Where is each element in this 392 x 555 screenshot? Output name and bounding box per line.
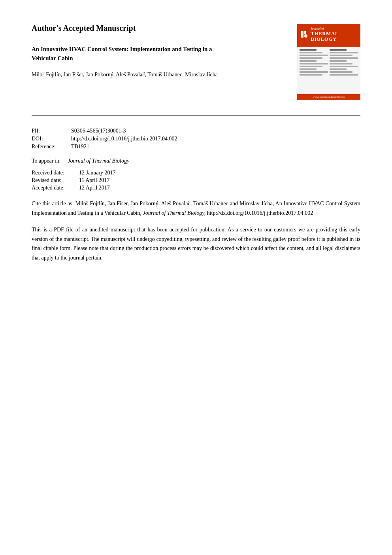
cite-section: Cite this article as: Miloš Fojtlín, Jan… [32,199,360,218]
article-title: An Innovative HVAC Control System: Imple… [32,45,221,63]
journal-name: THERMAL BIOLOGY [311,31,357,42]
header-left: Author's Accepted Manuscript An Innovati… [32,24,221,79]
svg-rect-0 [301,31,303,38]
cover-line-r5 [330,60,347,62]
pii-row: PII: S0306-4565(17)30001-3 [32,128,360,134]
pii-value: S0306-4565(17)30001-3 [71,128,126,134]
svg-rect-1 [304,31,306,34]
dates-section: Received date: 12 January 2017 Revised d… [32,170,360,191]
elsevier-logo-icon [300,30,308,39]
header-title: Author's Accepted Manuscript [32,24,221,33]
cover-line-r8 [330,68,347,70]
cover-line-r4 [330,57,358,59]
header-section: Author's Accepted Manuscript An Innovati… [32,24,360,100]
cover-line-r3 [330,55,352,56]
pii-label: PII: [32,128,71,134]
reference-value: TB1921 [71,144,89,150]
cover-col-left [300,49,328,77]
to-appear-label: To appear in: [32,158,61,164]
received-value: 12 January 2017 [79,170,116,176]
cover-content-inner [300,49,358,77]
cover-url: www.elsevier.com/locate/jtherbio [300,96,358,98]
cover-line-5 [300,60,317,62]
cover-line-r2 [330,52,358,53]
cover-header-text: Journal of THERMAL BIOLOGY [311,27,357,42]
cover-line-r6 [330,63,352,64]
journal-cover: Journal of THERMAL BIOLOGY [297,24,360,100]
cover-line-10 [300,74,322,76]
reference-row: Reference: TB1921 [32,144,360,150]
cover-footer: www.elsevier.com/locate/jtherbio [297,94,360,100]
cover-line-r7 [330,66,358,67]
accepted-label: Accepted date: [32,185,79,191]
authors: Miloš Fojtlín, Jan Fišer, Jan Pokorný, A… [32,70,221,79]
cover-line-r1 [330,49,347,51]
cover-line-2 [300,52,322,53]
cover-logo-area: Journal of THERMAL BIOLOGY [300,27,357,42]
cover-line-3 [300,55,328,56]
revised-row: Revised date: 11 April 2017 [32,177,360,184]
doi-row: DOI: http://dx.doi.org/10.1016/j.jtherbi… [32,136,360,142]
received-label: Received date: [32,170,79,176]
cover-line-r10 [330,74,358,76]
cover-line-6 [300,63,328,64]
doi-value: http://dx.doi.org/10.1016/j.jtherbio.201… [71,136,177,142]
cite-journal-italic: Journal of Thermal Biology, [143,210,206,216]
doi-label: DOI: [32,136,71,142]
cover-content [297,47,360,94]
cover-top-section: Journal of THERMAL BIOLOGY [297,24,360,47]
revised-label: Revised date: [32,177,79,184]
divider-1 [32,116,360,116]
svg-point-2 [304,34,307,38]
received-row: Received date: 12 January 2017 [32,170,360,176]
cite-doi: http://dx.doi.org/10.1016/j.jtherbio.201… [207,210,313,216]
description-section: This is a PDF file of an unedited manusc… [32,225,360,263]
cover-line-4 [300,57,322,59]
to-appear-section: To appear in: Journal of Thermal Biology [32,158,360,164]
cover-line-8 [300,68,317,70]
cite-prefix: Cite this article as: [32,201,74,206]
accepted-row: Accepted date: 12 April 2017 [32,185,360,191]
cover-line-7 [300,66,322,67]
cover-line-r9 [330,71,352,73]
cover-col-right [330,49,358,77]
to-appear-journal: Journal of Thermal Biology [68,158,129,164]
metadata-section: PII: S0306-4565(17)30001-3 DOI: http://d… [32,128,360,150]
cover-line-9 [300,71,328,73]
page-container: Author's Accepted Manuscript An Innovati… [32,24,360,263]
reference-label: Reference: [32,144,71,150]
accepted-value: 12 April 2017 [79,185,110,191]
revised-value: 11 April 2017 [79,177,109,184]
cover-line-1 [300,49,317,51]
